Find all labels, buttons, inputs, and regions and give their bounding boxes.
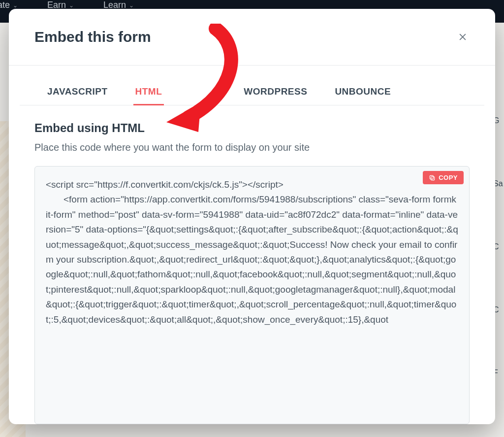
code-wrap: COPY <script src="https://f.convertkit.c… [34, 166, 470, 424]
chevron-down-icon: ⌄ [69, 2, 74, 9]
code-line: <script src="https://f.convertkit.com/ck… [46, 179, 284, 190]
bg-nav-label: mate [0, 0, 10, 10]
svg-rect-3 [430, 175, 433, 179]
close-icon [458, 32, 468, 42]
modal-header: Embed this form [9, 9, 495, 65]
code-line: <form action="https://app.convertkit.com… [46, 194, 458, 324]
tab-unbounce[interactable]: UNBOUNCE [333, 80, 393, 105]
copy-label: COPY [439, 174, 458, 181]
chevron-down-icon: ⌄ [129, 2, 134, 9]
embed-code-box[interactable]: <script src="https://f.convertkit.com/ck… [34, 166, 470, 424]
copy-icon [429, 174, 436, 181]
copy-button[interactable]: COPY [423, 171, 464, 184]
tab-html[interactable]: HTML [133, 80, 164, 105]
modal-title: Embed this form [34, 29, 151, 45]
chevron-down-icon: ⌄ [13, 2, 18, 9]
tab-javascript[interactable]: JAVASCRIPT [45, 80, 110, 105]
svg-rect-2 [431, 176, 435, 180]
embed-section: Embed using HTML Place this code where y… [9, 105, 495, 424]
embed-tabs: JAVASCRIPT HTML WORDPRESS UNBOUNCE [20, 80, 484, 105]
tab-wordpress[interactable]: WORDPRESS [242, 80, 309, 105]
section-description: Place this code where you want the form … [34, 142, 470, 153]
section-title: Embed using HTML [34, 121, 470, 135]
embed-modal: Embed this form JAVASCRIPT HTML WORDPRES… [9, 9, 495, 424]
divider [9, 65, 495, 66]
close-button[interactable] [456, 30, 470, 44]
